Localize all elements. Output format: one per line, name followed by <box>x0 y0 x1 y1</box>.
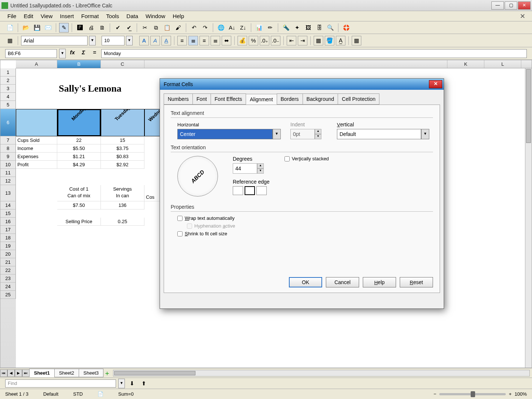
zoom-slider[interactable] <box>439 393 506 395</box>
wrap-text-checkbox[interactable] <box>177 216 183 221</box>
row-header[interactable]: 20 <box>0 250 16 258</box>
sheet-nav-last-icon[interactable]: ⏭ <box>22 369 30 377</box>
hyperlink-icon[interactable]: 🌐 <box>216 23 226 33</box>
menu-file[interactable]: File <box>4 11 20 21</box>
indent-icon[interactable]: ⇥ <box>298 36 307 45</box>
page-preview-icon[interactable]: 🗎 <box>97 23 107 33</box>
degrees-value[interactable] <box>233 163 257 174</box>
label-servings[interactable]: ServingsIn can <box>101 185 144 201</box>
italic-icon[interactable]: A <box>150 36 160 45</box>
col-header-l[interactable]: L <box>484 60 521 68</box>
cell[interactable]: 0.25 <box>101 218 144 226</box>
col-header-a[interactable]: A <box>16 60 57 68</box>
dialog-tab-numbers[interactable]: Numbers <box>164 93 193 105</box>
remove-decimal-icon[interactable]: .0₋ <box>271 36 280 45</box>
help-button[interactable]: Help <box>363 277 396 287</box>
horizontal-scrollbar[interactable] <box>113 370 530 376</box>
shrink-checkbox[interactable] <box>177 231 183 236</box>
row-header[interactable]: 9 <box>0 153 16 161</box>
label-expenses[interactable]: Expenses <box>16 153 57 161</box>
col-header-c[interactable]: C <box>101 60 144 68</box>
datasources-icon[interactable]: 🗄 <box>314 23 324 33</box>
cell[interactable]: $5.50 <box>57 144 101 153</box>
gallery-icon[interactable]: 🖼 <box>303 23 313 33</box>
label-profit[interactable]: Profit <box>16 161 57 169</box>
add-decimal-icon[interactable]: .0₊ <box>260 36 269 45</box>
row-header[interactable]: 7 <box>0 136 16 144</box>
window-close-button[interactable]: ✕ <box>518 1 531 10</box>
chevron-down-icon[interactable]: ▼ <box>273 129 281 139</box>
row-header[interactable]: 22 <box>0 266 16 274</box>
indent-spinner[interactable]: ▲▼ <box>290 129 327 139</box>
font-size-dropdown-icon[interactable]: ▼ <box>126 36 133 45</box>
ref-edge-inside-button[interactable] <box>256 186 267 195</box>
sheet-tab-1[interactable]: Sheet1 <box>29 369 55 377</box>
col-header-b[interactable]: B <box>57 60 101 68</box>
find-next-icon[interactable]: ⬇ <box>127 379 137 388</box>
status-insert-icon[interactable]: 📄 <box>98 391 103 397</box>
show-draw-icon[interactable]: ✏ <box>265 23 275 33</box>
row-header[interactable]: 1 <box>0 68 16 76</box>
spin-up-icon[interactable]: ▲ <box>257 163 264 168</box>
equals-icon[interactable]: = <box>90 49 99 58</box>
row-header[interactable]: 18 <box>0 234 16 242</box>
cell[interactable]: 22 <box>57 136 101 144</box>
vertically-stacked-checkbox[interactable] <box>284 156 290 161</box>
menu-help[interactable]: Help <box>169 11 188 21</box>
cell[interactable]: $0.83 <box>101 153 144 161</box>
align-justify-icon[interactable]: ≣ <box>211 36 220 45</box>
cell-reference-input[interactable]: B6:F6 <box>5 49 57 58</box>
cell[interactable]: $7.50 <box>57 201 101 209</box>
align-center-icon[interactable]: ≣ <box>188 36 198 45</box>
ref-edge-lower-button[interactable] <box>233 186 243 195</box>
function-wizard-icon[interactable]: fx <box>68 49 77 58</box>
row-header[interactable]: 3 <box>0 85 16 93</box>
find-prev-icon[interactable]: ⬆ <box>139 379 149 388</box>
email-icon[interactable]: ✉️ <box>43 23 53 33</box>
document-close-icon[interactable]: ✕ <box>516 11 529 22</box>
zoom-in-icon[interactable]: + <box>509 391 512 397</box>
menu-insert[interactable]: Insert <box>56 11 78 21</box>
underline-icon[interactable]: A <box>161 36 171 45</box>
rotation-dial[interactable]: ABCD <box>177 156 218 197</box>
spin-down-icon[interactable]: ▼ <box>315 134 321 139</box>
format-paintbrush-icon[interactable]: 🖌 <box>173 23 183 33</box>
zoom-icon[interactable]: 🔍 <box>325 23 335 33</box>
vertical-scrollbar[interactable] <box>525 68 532 368</box>
row-header[interactable]: 14 <box>0 201 16 209</box>
auto-spell-icon[interactable]: ✔̲ <box>124 23 134 33</box>
row-header[interactable]: 8 <box>0 144 16 153</box>
menu-format[interactable]: Format <box>78 11 103 21</box>
spin-up-icon[interactable]: ▲ <box>315 129 321 134</box>
font-name-dropdown-icon[interactable]: ▼ <box>89 36 96 45</box>
window-maximize-button[interactable]: ▢ <box>505 1 517 10</box>
find-input[interactable]: Find <box>5 379 116 388</box>
borders-icon[interactable]: ▦ <box>314 36 323 45</box>
row-header[interactable]: 25 <box>0 291 16 299</box>
menu-view[interactable]: View <box>37 11 56 21</box>
styles-icon[interactable]: ▦ <box>5 36 15 45</box>
spellcheck-icon[interactable]: ✔ <box>113 23 123 33</box>
find-dropdown-icon[interactable]: ▼ <box>118 379 125 388</box>
bold-icon[interactable]: A <box>139 36 149 45</box>
row-header[interactable]: 19 <box>0 242 16 250</box>
merge-cells-icon[interactable]: ⬌ <box>222 36 231 45</box>
ok-button[interactable]: OK <box>289 277 322 287</box>
dialog-tab-borders[interactable]: Borders <box>277 93 303 105</box>
row-header[interactable]: 13 <box>0 185 16 201</box>
menu-tools[interactable]: Tools <box>102 11 123 21</box>
dialog-tab-cell-protection[interactable]: Cell Protection <box>338 93 379 105</box>
sheet-nav-prev-icon[interactable]: ◀ <box>7 369 15 377</box>
cell[interactable]: $1.21 <box>57 153 101 161</box>
row-header[interactable]: 11 <box>0 169 16 177</box>
row-header[interactable]: 24 <box>0 283 16 291</box>
row-header[interactable]: 17 <box>0 226 16 234</box>
label-cost-can[interactable]: Cost of 1Can of mix <box>57 185 101 201</box>
undo-icon[interactable]: ↶ <box>189 23 199 33</box>
font-name-input[interactable]: Arial <box>21 36 88 45</box>
row-header[interactable]: 23 <box>0 274 16 283</box>
pdf-icon[interactable]: 🅿 <box>75 23 85 33</box>
ref-edge-upper-button[interactable] <box>245 186 255 195</box>
sheet-nav-next-icon[interactable]: ▶ <box>15 369 22 377</box>
new-doc-icon[interactable]: 📄 <box>5 23 15 33</box>
